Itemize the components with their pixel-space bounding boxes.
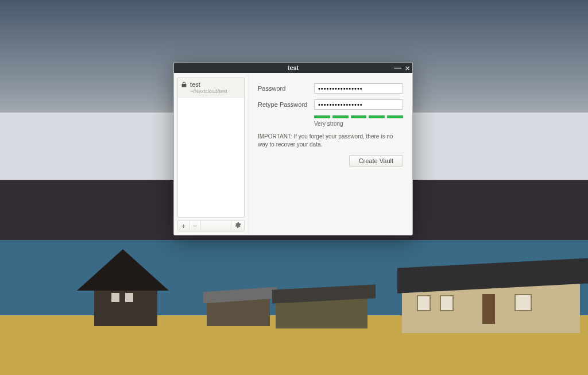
password-strength-label: Very strong bbox=[314, 121, 403, 127]
settings-button[interactable] bbox=[231, 221, 244, 231]
lock-icon bbox=[181, 82, 187, 88]
vault-sidebar: test ~/Nextcloud/test + − bbox=[174, 73, 249, 235]
minimize-button[interactable]: — bbox=[394, 64, 401, 71]
window-title: test bbox=[288, 64, 299, 71]
app-window: test — × test ~/Nextcloud/test + bbox=[173, 62, 413, 235]
remove-vault-button[interactable]: − bbox=[189, 221, 201, 231]
vault-path: ~/Nextcloud/test bbox=[190, 88, 227, 94]
toolbar-spacer bbox=[201, 221, 231, 231]
create-vault-form: Password Retype Password Very strong IMP… bbox=[249, 73, 412, 235]
retype-password-label: Retype Password bbox=[258, 101, 314, 108]
retype-password-input[interactable] bbox=[314, 99, 403, 110]
add-vault-button[interactable]: + bbox=[178, 221, 189, 231]
password-strength-meter bbox=[314, 115, 403, 118]
vault-name: test bbox=[190, 81, 227, 88]
titlebar[interactable]: test — × bbox=[174, 63, 412, 73]
vault-list[interactable]: test ~/Nextcloud/test bbox=[177, 78, 245, 218]
create-vault-button[interactable]: Create Vault bbox=[349, 155, 403, 167]
password-input[interactable] bbox=[314, 83, 403, 94]
password-label: Password bbox=[258, 85, 314, 92]
vault-item-test[interactable]: test ~/Nextcloud/test bbox=[178, 78, 244, 98]
important-warning: IMPORTANT: If you forget your password, … bbox=[258, 133, 403, 148]
close-button[interactable]: × bbox=[405, 64, 410, 72]
sidebar-toolbar: + − bbox=[177, 220, 245, 231]
